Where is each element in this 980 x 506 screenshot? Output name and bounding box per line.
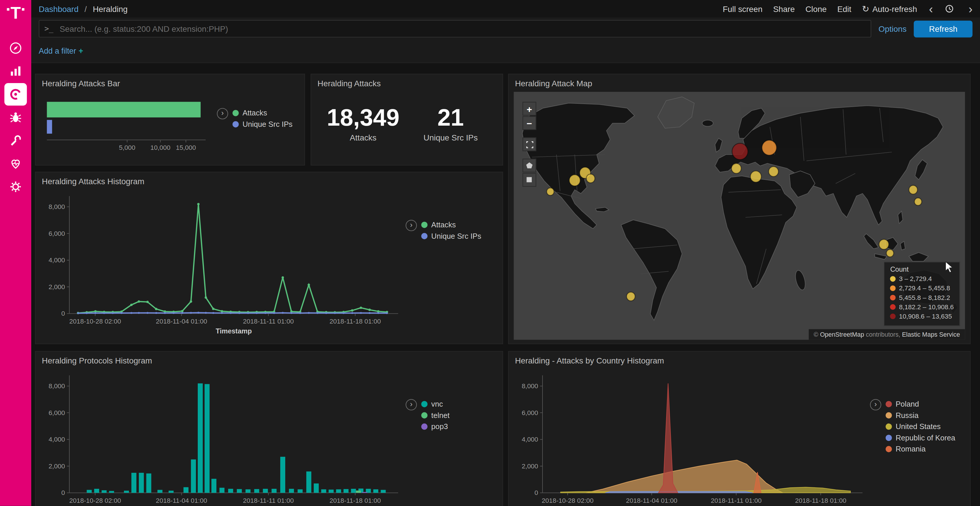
world-map[interactable]: + − Count 3 – 2,729.42,729.4 – 5,455.85,… xyxy=(514,92,965,340)
edit-button[interactable]: Edit xyxy=(837,4,851,13)
breadcrumb-current: Heralding xyxy=(93,4,127,13)
legend-item-label: vnc xyxy=(431,400,443,408)
breadcrumb-dashboard-link[interactable]: Dashboard xyxy=(39,4,78,13)
legend-item[interactable]: pop3 xyxy=(421,422,449,431)
attacks-histogram-chart[interactable]: 02,0004,0006,0008,0002018-10-28 02:00201… xyxy=(41,191,403,340)
legend-item-label: Russia xyxy=(896,411,919,420)
openstreetmap-link[interactable]: OpenStreetMap xyxy=(820,331,864,338)
options-link[interactable]: Options xyxy=(878,24,907,33)
draw-polygon-button[interactable] xyxy=(522,159,536,172)
panel-attacks-metric: Heralding Attacks 18,349 Attacks 21 Uniq… xyxy=(310,74,503,165)
panel-title: Heralding Attacks xyxy=(311,75,503,88)
legend-color-dot xyxy=(886,401,892,407)
svg-text:0: 0 xyxy=(61,489,65,496)
copyright-symbol: © xyxy=(814,331,818,338)
island-madagascar xyxy=(794,269,807,291)
legend-item[interactable]: 3 – 2,729.4 xyxy=(890,275,954,282)
legend-items: PolandRussiaUnited StatesRepublic of Kor… xyxy=(886,399,955,456)
clone-button[interactable]: Clone xyxy=(805,4,827,13)
continent-south-america xyxy=(621,220,682,320)
attacks-bar-chart[interactable]: 5,00010,00015,000 xyxy=(41,93,215,158)
breadcrumb-separator: / xyxy=(84,4,87,13)
sidebar-item-health[interactable] xyxy=(5,152,27,175)
legend-item[interactable]: United States xyxy=(886,422,955,431)
sidebar-item-dashboard[interactable] xyxy=(5,83,27,106)
legend-item[interactable]: 8,182.2 – 10,908.6 xyxy=(890,303,954,311)
legend-toggle-button[interactable]: › xyxy=(870,399,881,411)
wrench-icon xyxy=(9,134,22,148)
svg-text:8,000: 8,000 xyxy=(49,382,65,390)
continent-north-america xyxy=(522,103,635,229)
top-bar: Dashboard / Heralding Full screen Share … xyxy=(31,0,980,18)
legend-color-dot xyxy=(890,276,896,281)
legend-item[interactable]: Unique Src IPs xyxy=(232,120,293,128)
legend-color-dot xyxy=(890,285,896,290)
sidebar-item-discover[interactable] xyxy=(5,37,27,59)
protocols-histogram-chart[interactable]: 02,0004,0006,0008,0002018-10-28 02:00201… xyxy=(41,370,403,506)
dashboard-gauge-icon xyxy=(9,87,22,101)
legend-toggle-button[interactable]: › xyxy=(406,399,417,411)
island-new-guinea xyxy=(909,252,928,261)
legend-item[interactable]: Republic of Korea xyxy=(886,433,955,442)
sidebar-item-honeypot[interactable] xyxy=(5,106,27,128)
share-button[interactable]: Share xyxy=(773,4,795,13)
metric-row: 18,349 Attacks 21 Unique Src IPs xyxy=(311,104,503,142)
legend-item[interactable]: 10,908.6 – 13,635 xyxy=(890,312,954,320)
legend: › AttacksUnique Src IPs xyxy=(217,108,293,158)
time-back-button[interactable]: ‹ xyxy=(928,3,934,15)
compass-icon xyxy=(9,41,22,55)
search-input[interactable] xyxy=(58,23,865,34)
legend-color-dot xyxy=(421,401,427,407)
svg-text:4,000: 4,000 xyxy=(49,257,65,264)
legend-item[interactable]: Unique Src IPs xyxy=(421,232,481,241)
island-japan xyxy=(915,160,927,180)
map-legend-title: Count xyxy=(890,265,954,273)
svg-text:2018-10-28 02:00: 2018-10-28 02:00 xyxy=(542,497,593,504)
legend-item[interactable]: 2,729.4 – 5,455.8 xyxy=(890,284,954,292)
legend-item[interactable]: Attacks xyxy=(232,109,293,117)
sidebar: T xyxy=(0,0,31,506)
auto-refresh-button[interactable]: ↻ Auto-refresh xyxy=(862,4,917,14)
svg-text:6,000: 6,000 xyxy=(522,409,538,417)
island-iceland xyxy=(702,120,713,127)
search-field: >_ xyxy=(39,20,871,38)
panel-attacks-bar: Heralding Attacks Bar 5,00010,00015,000 … xyxy=(35,74,305,165)
zoom-out-button[interactable]: − xyxy=(522,116,536,130)
breadcrumb: Dashboard / Heralding xyxy=(39,4,128,13)
legend-item[interactable]: Romania xyxy=(886,445,955,454)
full-screen-button[interactable]: Full screen xyxy=(723,4,762,13)
sidebar-item-tools[interactable] xyxy=(5,129,27,152)
svg-text:2,000: 2,000 xyxy=(522,463,538,470)
panel-title: Heralding Protocols Histogram xyxy=(36,352,503,365)
legend-color-dot xyxy=(886,424,892,430)
time-range-picker[interactable] xyxy=(945,5,957,13)
metric-label: Unique Src IPs xyxy=(410,133,491,142)
svg-text:0: 0 xyxy=(61,310,65,317)
map-controls: + − xyxy=(522,102,536,187)
elastic-maps-service-link[interactable]: Elastic Maps Service xyxy=(902,331,960,338)
legend-item[interactable]: telnet xyxy=(421,411,449,420)
legend-item[interactable]: Attacks xyxy=(421,220,481,229)
legend-item[interactable]: Russia xyxy=(886,411,955,420)
sidebar-item-settings[interactable] xyxy=(5,176,27,198)
island-uk xyxy=(715,138,722,152)
add-filter-link[interactable]: Add a filter+ xyxy=(39,47,83,56)
time-forward-button[interactable]: › xyxy=(967,3,974,15)
fit-bounds-button[interactable] xyxy=(522,137,536,151)
legend-toggle-button[interactable]: › xyxy=(217,108,228,119)
legend-item[interactable]: vnc xyxy=(421,400,449,408)
map-attribution: © OpenStreetMap contributors, Elastic Ma… xyxy=(808,329,965,339)
country-histogram-chart[interactable]: 02,0004,0006,0008,0002018-10-28 02:00201… xyxy=(514,370,867,506)
zoom-in-button[interactable]: + xyxy=(522,102,536,116)
svg-text:8,000: 8,000 xyxy=(522,382,538,390)
legend-toggle-button[interactable]: › xyxy=(406,220,417,231)
svg-text:15,000: 15,000 xyxy=(176,144,196,151)
telekom-logo[interactable]: T xyxy=(7,5,24,22)
draw-rectangle-button[interactable] xyxy=(522,173,536,187)
sidebar-item-visualize[interactable] xyxy=(5,60,27,82)
legend-item[interactable]: 5,455.8 – 8,182.2 xyxy=(890,293,954,301)
refresh-button[interactable]: Refresh xyxy=(914,21,972,37)
legend-item-label: 5,455.8 – 8,182.2 xyxy=(899,293,950,301)
legend-item[interactable]: Poland xyxy=(886,400,955,408)
panel-protocols-histogram: Heralding Protocols Histogram 02,0004,00… xyxy=(35,351,503,506)
